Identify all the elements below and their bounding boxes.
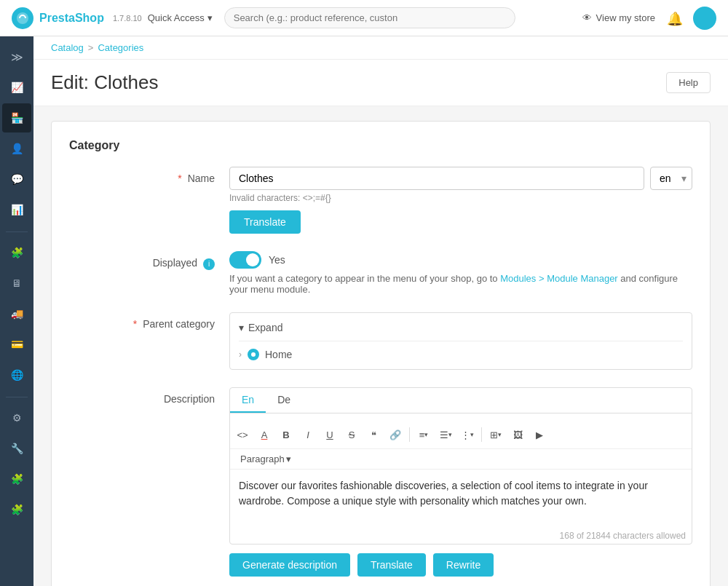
sidebar-item-advanced[interactable]: 🔧 [2,434,31,463]
displayed-label: Displayed [153,257,197,269]
toolbar-align-btn[interactable]: ≡▾ [414,425,433,444]
toolbar-strikethrough-btn[interactable]: S [342,425,361,444]
sidebar-item-dashboard[interactable]: 📈 [2,73,31,102]
view-store-button[interactable]: 👁 View my store [582,12,655,23]
displayed-label-col: Displayed i [69,251,229,270]
description-row: Description En De <> A B [69,387,692,586]
sidebar-item-design[interactable]: 🖥 [2,269,31,298]
name-input-row: en de fr [229,167,692,190]
toolbar-underline-btn[interactable]: U [320,425,339,444]
content-area: Category * Name en de fr [33,106,728,586]
sidebar: ≫ 📈 🏪 👤 💬 📊 🧩 🖥 🚚 💳 🌐 ⚙ 🔧 🧩 🧩 [0,36,33,586]
help-button[interactable]: Help [666,72,711,93]
editor-toolbar: <> A B I U S ❝ 🔗 ≡▾ [230,421,692,449]
sidebar-item-shipping[interactable]: 🚚 [2,299,31,328]
home-chevron-icon: › [239,349,242,360]
displayed-control-col: Yes If you want a category to appear in … [229,251,692,295]
description-control-col: En De <> A B I U S ❝ 🔗 [229,387,692,586]
bell-icon[interactable]: 🔔 [667,11,681,25]
lang-select[interactable]: en de fr [650,167,692,190]
expand-icon: ≫ [11,50,23,64]
sidebar-item-plugins-1[interactable]: 🧩 [2,464,31,494]
category-card: Category * Name en de fr [51,121,711,586]
breadcrumb: Catalog > Categories [33,36,728,60]
translate-description-button[interactable]: Translate [357,553,426,577]
stats-icon: 📊 [11,204,23,215]
main-content: Catalog > Categories Edit: Clothes Help … [33,36,728,586]
settings-icon: ⚙ [12,412,22,424]
sidebar-item-stats[interactable]: 📊 [2,195,31,224]
paragraph-chevron-icon: ▾ [286,454,291,464]
home-radio[interactable] [248,349,259,360]
toolbar-separator-2 [481,427,482,442]
sidebar-item-international[interactable]: 🌐 [2,360,31,389]
search-input[interactable] [224,7,515,28]
sidebar-item-plugins-2[interactable]: 🧩 [2,495,31,524]
svg-point-0 [17,12,28,24]
toggle-row: Yes [229,251,692,269]
breadcrumb-catalog[interactable]: Catalog [51,42,84,53]
paragraph-dropdown[interactable]: Paragraph ▾ [236,452,296,466]
sidebar-item-settings[interactable]: ⚙ [2,403,31,432]
name-required-star: * [178,173,181,184]
name-invalid-chars: Invalid characters: <>;=#{} [229,193,692,203]
parent-category-label-col: * Parent category [69,312,229,330]
tree-expand-row[interactable]: ▾ Expand [239,322,683,341]
navbar-right: 👁 View my store 🔔 [582,7,716,30]
navbar-version: 1.7.8.10 [113,14,142,23]
eye-icon: 👁 [582,12,592,23]
sidebar-item-modules[interactable]: 🧩 [2,238,31,267]
toolbar-link-btn[interactable]: 🔗 [386,425,405,444]
sidebar-item-payment[interactable]: 💳 [2,330,31,359]
quick-access-dropdown[interactable]: Quick Access ▾ [148,12,213,23]
sidebar-divider-2 [6,397,28,397]
toolbar-source-btn[interactable]: <> [233,425,252,444]
tree-home-label: Home [265,349,292,360]
rewrite-button[interactable]: Rewrite [433,553,494,577]
avatar[interactable] [693,7,716,30]
parent-required-star: * [133,318,137,330]
logo[interactable]: PrestaShop [12,7,104,29]
displayed-info-text: If you want a category to appear in the … [229,273,692,295]
toolbar-list-btn[interactable]: ☰▾ [436,425,455,444]
name-input[interactable] [229,167,644,190]
toolbar-media-btn[interactable]: ▶ [530,425,549,444]
displayed-toggle[interactable] [229,251,261,269]
sidebar-item-messages[interactable]: 💬 [2,165,31,194]
name-label: Name [188,173,215,184]
dashboard-icon: 📈 [11,82,23,93]
description-label-col: Description [69,387,229,405]
card-title: Category [69,139,692,152]
advanced-icon: 🔧 [11,443,23,454]
toolbar-font-color-btn[interactable]: A [255,425,274,444]
editor-content-area[interactable]: Discover our favorites fashionable disco… [230,470,692,528]
breadcrumb-categories[interactable]: Categories [98,42,143,53]
logo-icon [12,7,33,29]
sidebar-item-customers[interactable]: 👤 [2,134,31,163]
toolbar-italic-btn[interactable]: I [298,425,317,444]
design-icon: 🖥 [12,277,22,289]
description-label: Description [164,393,215,405]
toolbar-bold-btn[interactable]: B [277,425,296,444]
breadcrumb-separator: > [88,42,94,53]
char-count: 168 of 21844 characters allowed [230,528,692,544]
desc-tab-de[interactable]: De [266,388,302,413]
modules-link[interactable]: Modules > Module Manager [500,273,618,284]
displayed-row: Displayed i Yes If you want a category t… [69,251,692,295]
generate-description-button[interactable]: Generate description [229,553,350,577]
toolbar-ordered-list-btn[interactable]: ⋮▾ [458,425,477,444]
page-title: Edit: Clothes [51,71,158,94]
lang-select-wrapper: en de fr [650,167,692,190]
paragraph-label: Paragraph [240,454,285,464]
desc-tab-en[interactable]: En [230,388,266,413]
displayed-info-icon[interactable]: i [203,258,215,270]
customers-icon: 👤 [11,143,23,154]
tree-home-item[interactable]: › Home [239,349,683,360]
payment-icon: 💳 [11,338,23,350]
sidebar-item-expand[interactable]: ≫ [2,42,31,71]
sidebar-item-catalog[interactable]: 🏪 [2,103,31,132]
toolbar-table-btn[interactable]: ⊞▾ [486,425,505,444]
translate-name-button[interactable]: Translate [229,210,301,234]
toolbar-image-btn[interactable]: 🖼 [508,425,527,444]
toolbar-blockquote-btn[interactable]: ❝ [364,425,383,444]
